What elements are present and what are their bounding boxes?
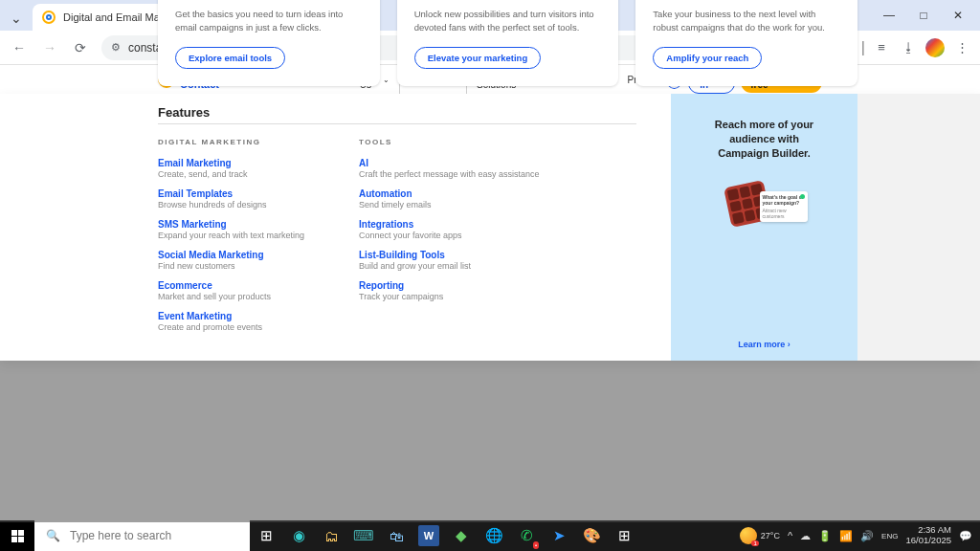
reload-button[interactable]: ⟳: [67, 34, 94, 61]
taskbar-app-edge[interactable]: ◉: [282, 520, 315, 551]
tray-chevron-icon[interactable]: ^: [788, 530, 792, 541]
downloads-icon[interactable]: ⭳: [896, 35, 921, 60]
taskbar-app-whatsapp[interactable]: ✆•: [510, 520, 543, 551]
taskbar-clock[interactable]: 2:36 AM 16/01/2025: [905, 525, 951, 546]
mega-menu-title: Features: [158, 105, 671, 120]
card-savvy: Savvy marketer Take your business to the…: [635, 0, 858, 86]
card-up-running: Up and running Unlock new possibilities …: [397, 0, 619, 86]
learn-more-link[interactable]: Learn more ›: [738, 340, 791, 349]
card-desc: Get the basics you need to turn ideas in…: [175, 8, 363, 33]
tab-search-button[interactable]: ⌄: [4, 6, 29, 31]
reading-list-icon[interactable]: ≡: [869, 35, 894, 60]
taskbar-app-telegram[interactable]: ➤: [543, 520, 575, 551]
promo-image: What's the goal of your campaign? Attrac…: [722, 174, 808, 231]
card-cta-button[interactable]: Amplify your reach: [653, 47, 762, 69]
taskbar-search[interactable]: 🔍 Type here to search: [34, 520, 250, 551]
promo-headline: Reach more of your audience with Campaig…: [715, 118, 813, 161]
promo-panel: Reach more of your audience with Campaig…: [671, 94, 858, 361]
tray-wifi-icon[interactable]: 📶: [839, 530, 853, 542]
window-minimize-icon[interactable]: ―: [882, 9, 896, 22]
menu-item-automation[interactable]: AutomationSend timely emails: [359, 188, 541, 209]
windows-taskbar: 🔍 Type here to search ⊞ ◉ 🗂 ⌨ 🛍 W ◆ 🌐 ✆•…: [0, 520, 980, 551]
tray-onedrive-icon[interactable]: ☁: [800, 530, 811, 542]
taskbar-weather[interactable]: 27°C: [740, 527, 780, 544]
menu-item-event-marketing[interactable]: Event MarketingCreate and promote events: [158, 311, 321, 332]
right-gutter: [858, 94, 980, 361]
menu-item-email-templates[interactable]: Email TemplatesBrowse hundreds of design…: [158, 188, 321, 209]
site-info-icon[interactable]: ⚙: [111, 41, 121, 54]
menu-item-ai[interactable]: AICraft the perfect message with easy as…: [359, 158, 541, 179]
clock-date: 16/01/2025: [905, 536, 951, 546]
start-button[interactable]: [0, 520, 34, 551]
menu-item-social-media[interactable]: Social Media MarketingFind new customers: [158, 250, 321, 271]
taskbar-app-security[interactable]: ⊞: [608, 520, 640, 551]
profile-avatar[interactable]: [923, 35, 947, 60]
card-cta-button[interactable]: Elevate your marketing: [414, 47, 542, 69]
promo-card: What's the goal of your campaign? Attrac…: [760, 191, 808, 222]
tray-notifications-icon[interactable]: 💬: [959, 530, 972, 542]
card-cta-button[interactable]: Explore email tools: [175, 47, 285, 69]
forward-button: →: [36, 34, 63, 61]
taskbar-app-word[interactable]: W: [418, 525, 439, 546]
menu-item-reporting[interactable]: ReportingTrack your campaigns: [359, 280, 541, 301]
weather-temp: 27°C: [761, 531, 780, 540]
menu-item-sms-marketing[interactable]: SMS MarketingExpand your reach with text…: [158, 219, 321, 240]
tray-battery-icon[interactable]: 🔋: [818, 530, 832, 542]
tab-favicon: [42, 11, 56, 24]
taskbar-app-store[interactable]: 🛍: [380, 520, 412, 551]
tray-volume-icon[interactable]: 🔊: [860, 530, 874, 542]
taskbar-app-xbox[interactable]: ◆: [445, 520, 478, 551]
task-view-icon[interactable]: ⊞: [250, 520, 282, 551]
taskbar-app-paint[interactable]: 🎨: [575, 520, 608, 551]
card-desc: Take your business to the next level wit…: [653, 8, 840, 33]
cards-row: Just starting out Get the basics you nee…: [158, 0, 858, 94]
back-button[interactable]: ←: [6, 34, 33, 61]
menu-item-list-building[interactable]: List-Building ToolsBuild and grow your e…: [359, 250, 541, 271]
taskbar-app-chrome[interactable]: 🌐: [478, 520, 510, 551]
col-head-digital-marketing: DIGITAL MARKETING: [158, 138, 321, 146]
card-starting-out: Just starting out Get the basics you nee…: [158, 0, 380, 86]
col-head-tools: TOOLS: [359, 138, 541, 146]
menu-item-integrations[interactable]: IntegrationsConnect your favorite apps: [359, 219, 541, 240]
card-desc: Unlock new possibilities and turn visito…: [414, 8, 602, 33]
menu-item-ecommerce[interactable]: EcommerceMarket and sell your products: [158, 280, 321, 301]
window-maximize-icon[interactable]: □: [917, 9, 930, 22]
tray-language-icon[interactable]: ENG: [881, 532, 898, 540]
weather-icon: [740, 527, 757, 544]
taskbar-app-explorer[interactable]: 🗂: [315, 520, 347, 551]
features-mega-menu: Features DIGITAL MARKETING Email Marketi…: [0, 94, 980, 361]
browser-menu-icon[interactable]: ⋮: [949, 35, 974, 60]
search-icon: 🔍: [46, 529, 60, 542]
window-close-icon[interactable]: ✕: [951, 9, 965, 22]
divider: [158, 123, 636, 124]
taskbar-app-vscode[interactable]: ⌨: [347, 520, 380, 551]
page-content: Constant Contact Why Us⌄ Features⌃ Partn…: [0, 65, 980, 94]
menu-item-email-marketing[interactable]: Email MarketingCreate, send, and track: [158, 158, 321, 179]
search-placeholder: Type here to search: [70, 529, 171, 542]
